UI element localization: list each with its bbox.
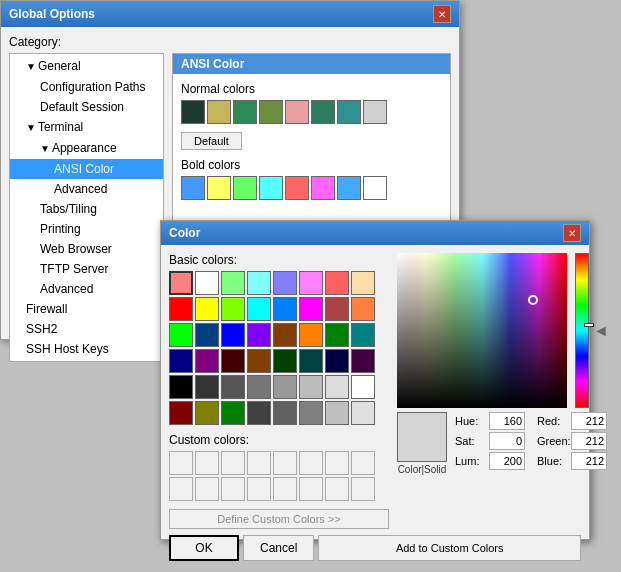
basic-swatch-13[interactable] [299, 297, 323, 321]
basic-swatch-12[interactable] [273, 297, 297, 321]
basic-swatch-28[interactable] [273, 349, 297, 373]
basic-swatch-41[interactable] [195, 401, 219, 425]
bold-swatch-6[interactable] [337, 176, 361, 200]
bold-swatch-1[interactable] [207, 176, 231, 200]
tree-advanced[interactable]: Advanced [10, 279, 163, 299]
green-input[interactable] [571, 432, 607, 450]
basic-swatch-47[interactable] [351, 401, 375, 425]
ok-button[interactable]: OK [169, 535, 239, 561]
basic-swatch-10[interactable] [221, 297, 245, 321]
basic-swatch-20[interactable] [273, 323, 297, 347]
custom-swatch-12[interactable] [273, 477, 297, 501]
basic-swatch-22[interactable] [325, 323, 349, 347]
custom-swatch-1[interactable] [195, 451, 219, 475]
cancel-button[interactable]: Cancel [243, 535, 314, 561]
basic-swatch-5[interactable] [299, 271, 323, 295]
basic-swatch-42[interactable] [221, 401, 245, 425]
blue-input[interactable] [571, 452, 607, 470]
basic-swatch-19[interactable] [247, 323, 271, 347]
basic-swatch-9[interactable] [195, 297, 219, 321]
basic-swatch-46[interactable] [325, 401, 349, 425]
default-button[interactable]: Default [181, 132, 242, 150]
tree-ssh2[interactable]: SSH2 [10, 319, 163, 339]
hue-slider[interactable] [575, 253, 589, 408]
basic-swatch-40[interactable] [169, 401, 193, 425]
red-input[interactable] [571, 412, 607, 430]
basic-swatch-15[interactable] [351, 297, 375, 321]
tree-advanced-terminal[interactable]: Advanced [10, 179, 163, 199]
bold-swatch-4[interactable] [285, 176, 309, 200]
basic-swatch-16[interactable] [169, 323, 193, 347]
tree-terminal[interactable]: ▼Terminal [10, 117, 163, 138]
custom-swatch-3[interactable] [247, 451, 271, 475]
basic-swatch-11[interactable] [247, 297, 271, 321]
custom-swatch-13[interactable] [299, 477, 323, 501]
basic-swatch-30[interactable] [325, 349, 349, 373]
basic-swatch-25[interactable] [195, 349, 219, 373]
basic-swatch-27[interactable] [247, 349, 271, 373]
tree-config-paths[interactable]: Configuration Paths [10, 77, 163, 97]
custom-swatch-0[interactable] [169, 451, 193, 475]
custom-swatch-10[interactable] [221, 477, 245, 501]
basic-swatch-37[interactable] [299, 375, 323, 399]
tree-default-session[interactable]: Default Session [10, 97, 163, 117]
basic-swatch-3[interactable] [247, 271, 271, 295]
basic-swatch-32[interactable] [169, 375, 193, 399]
normal-swatch-6[interactable] [337, 100, 361, 124]
bold-swatch-3[interactable] [259, 176, 283, 200]
normal-swatch-2[interactable] [233, 100, 257, 124]
custom-swatch-6[interactable] [325, 451, 349, 475]
normal-swatch-5[interactable] [311, 100, 335, 124]
basic-swatch-39[interactable] [351, 375, 375, 399]
normal-swatch-3[interactable] [259, 100, 283, 124]
bold-swatch-7[interactable] [363, 176, 387, 200]
basic-swatch-43[interactable] [247, 401, 271, 425]
tree-printing[interactable]: Printing [10, 219, 163, 239]
bold-swatch-2[interactable] [233, 176, 257, 200]
tree-ansi-color[interactable]: ANSI Color [10, 159, 163, 179]
hue-input[interactable] [489, 412, 525, 430]
basic-swatch-45[interactable] [299, 401, 323, 425]
tree-appearance[interactable]: ▼Appearance [10, 138, 163, 159]
basic-swatch-17[interactable] [195, 323, 219, 347]
custom-swatch-7[interactable] [351, 451, 375, 475]
lum-input[interactable] [489, 452, 525, 470]
basic-swatch-18[interactable] [221, 323, 245, 347]
custom-swatch-5[interactable] [299, 451, 323, 475]
basic-swatch-24[interactable] [169, 349, 193, 373]
custom-swatch-14[interactable] [325, 477, 349, 501]
tree-tabs-tiling[interactable]: Tabs/Tiling [10, 199, 163, 219]
normal-swatch-0[interactable] [181, 100, 205, 124]
custom-swatch-8[interactable] [169, 477, 193, 501]
tree-general[interactable]: ▼General [10, 56, 163, 77]
normal-swatch-1[interactable] [207, 100, 231, 124]
sat-input[interactable] [489, 432, 525, 450]
basic-swatch-33[interactable] [195, 375, 219, 399]
bold-swatch-5[interactable] [311, 176, 335, 200]
custom-swatch-9[interactable] [195, 477, 219, 501]
custom-swatch-4[interactable] [273, 451, 297, 475]
basic-swatch-14[interactable] [325, 297, 349, 321]
basic-swatch-7[interactable] [351, 271, 375, 295]
tree-tftp-server[interactable]: TFTP Server [10, 259, 163, 279]
custom-swatch-15[interactable] [351, 477, 375, 501]
tree-firewall[interactable]: Firewall [10, 299, 163, 319]
basic-swatch-2[interactable] [221, 271, 245, 295]
add-to-custom-colors-button[interactable]: Add to Custom Colors [318, 535, 581, 561]
bold-swatch-0[interactable] [181, 176, 205, 200]
basic-swatch-38[interactable] [325, 375, 349, 399]
basic-swatch-44[interactable] [273, 401, 297, 425]
basic-swatch-35[interactable] [247, 375, 271, 399]
global-options-close-btn[interactable]: ✕ [433, 5, 451, 23]
color-spectrum[interactable] [397, 253, 567, 408]
basic-swatch-8[interactable] [169, 297, 193, 321]
custom-swatch-2[interactable] [221, 451, 245, 475]
tree-ssh-host-keys[interactable]: SSH Host Keys [10, 339, 163, 359]
custom-swatch-11[interactable] [247, 477, 271, 501]
basic-swatch-36[interactable] [273, 375, 297, 399]
basic-swatch-31[interactable] [351, 349, 375, 373]
basic-swatch-0[interactable] [169, 271, 193, 295]
basic-swatch-29[interactable] [299, 349, 323, 373]
basic-swatch-6[interactable] [325, 271, 349, 295]
basic-swatch-26[interactable] [221, 349, 245, 373]
